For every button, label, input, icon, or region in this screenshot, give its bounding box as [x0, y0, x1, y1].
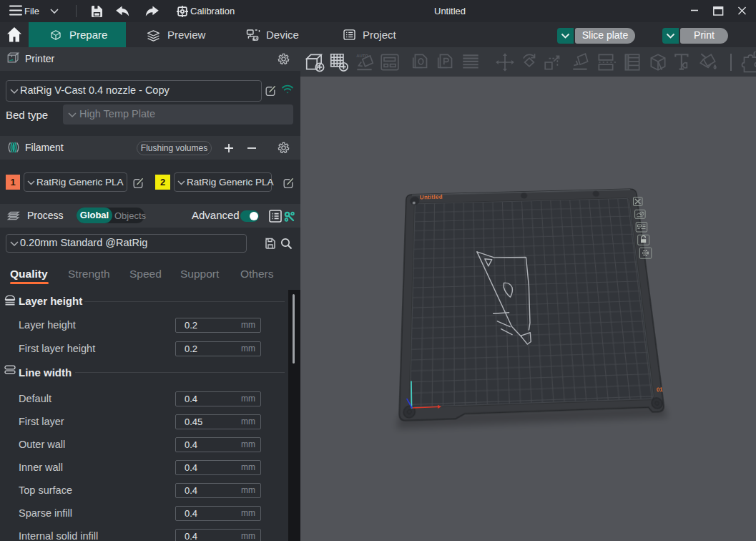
svg-text:AUTO: AUTO [356, 54, 368, 58]
